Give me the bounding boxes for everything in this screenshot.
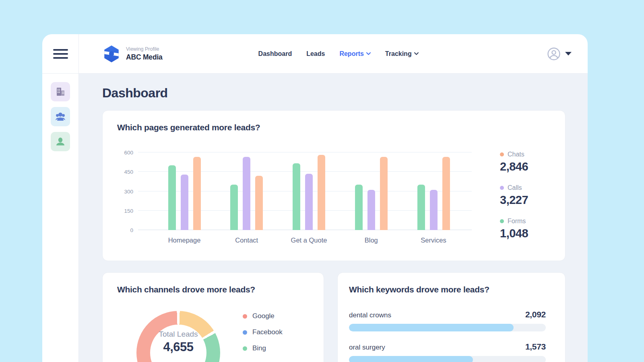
sidebar-item-team[interactable] [51,107,70,126]
brand: Viewing Profile ABC Media [103,45,163,63]
account-dropdown-caret[interactable] [565,52,572,56]
bar-chats-blog [380,157,388,230]
nav-tracking-label: Tracking [385,50,412,58]
chats-total: 2,846 [500,160,551,173]
keyword-bar-track [349,324,546,331]
hamburger-icon [53,49,68,59]
page-title: Dashboard [102,86,566,101]
keywords-chart-title: Which keywords drove more leads? [349,285,546,294]
bar-chats-services [442,157,450,230]
channels-legend: Google Facebook Bing [243,312,283,352]
facebook-dot [243,330,247,335]
bar-forms-blog [355,185,363,230]
channels-chart-title: Which channels drove more leads? [117,285,309,294]
side-rail [42,74,79,362]
people-group-icon [55,111,66,122]
pages-chart-plot: 0150300450600 [138,152,472,230]
bar-calls-get-a-quote [305,174,313,230]
y-axis-label: 600 [117,150,133,156]
bar-calls-contact [243,157,250,230]
bar-calls-services [430,190,438,230]
sidebar-item-company[interactable] [51,82,70,101]
legend-facebook: Facebook [243,328,283,336]
keywords-chart-card: Which keywords drove more leads? dental … [337,272,566,362]
x-axis-label: Get a Quote [283,237,335,244]
person-icon [55,136,66,147]
sidebar-item-profile[interactable] [51,132,70,151]
pages-chart-card: Which pages generated more leads? 015030… [102,110,566,261]
calls-dot [500,186,504,190]
y-axis-label: 150 [117,208,133,214]
keyword-bar-fill [349,356,473,362]
x-axis-label: Services [407,237,460,244]
total-leads-label: Total Leads [159,330,198,339]
account-name: ABC Media [126,53,163,62]
bar-chats-get-a-quote [318,155,325,230]
keyword-bar-fill [349,324,514,331]
bar-forms-get-a-quote [293,163,300,230]
bar-forms-homepage [168,165,176,230]
total-leads-value: 4,655 [163,340,193,354]
bar-chats-contact [255,176,263,230]
keyword-label: oral surgery [349,343,385,352]
forms-dot [500,219,504,223]
keyword-row: dental crowns 2,092 [349,310,546,331]
company-logo-icon [103,45,120,63]
main-nav: Dashboard Leads Reports Tracking [258,50,419,58]
legend-calls: Calls 3,227 [500,184,551,207]
legend-label: Calls [508,184,522,191]
bar-calls-blog [367,190,375,230]
chats-dot [500,152,504,156]
nav-reports-label: Reports [339,50,363,58]
bar-chats-homepage [193,157,201,230]
top-bar: Viewing Profile ABC Media Dashboard Lead… [42,34,588,74]
nav-tracking[interactable]: Tracking [385,50,419,58]
main-content: Dashboard Which pages generated more lea… [79,74,588,362]
y-axis-label: 450 [117,169,133,175]
legend-label: Chats [508,151,524,158]
y-axis-label: 300 [117,189,133,195]
pages-chart-legend: Chats 2,846 Calls 3,227 [475,151,551,251]
legend-label: Google [252,312,275,320]
legend-google: Google [243,312,283,320]
legend-bing: Bing [243,344,283,352]
legend-label: Facebook [252,328,283,336]
legend-forms: Forms 1,048 [500,218,551,240]
x-axis-label: Homepage [158,237,211,244]
keyword-bar-track [349,356,546,362]
forms-total: 1,048 [500,227,551,240]
x-axis-label: Contact [221,237,273,244]
keyword-value: 1,573 [525,342,546,352]
legend-label: Bing [252,344,266,352]
keyword-value: 2,092 [525,310,546,319]
nav-reports[interactable]: Reports [339,50,370,58]
chevron-down-icon [366,52,371,55]
legend-chats: Chats 2,846 [500,151,551,173]
user-avatar-icon[interactable] [547,47,560,60]
app-window: Viewing Profile ABC Media Dashboard Lead… [42,34,588,362]
x-axis-label: Blog [345,237,397,244]
pages-chart-title: Which pages generated more leads? [117,123,551,132]
hamburger-menu-button[interactable] [42,34,79,73]
channels-chart-card: Which channels drove more leads? Total L… [102,272,324,362]
keyword-label: dental crowns [349,311,391,319]
x-axis-labels: HomepageContactGet a QuoteBlogServices [138,237,472,244]
google-dot [243,314,247,319]
y-axis-label: 0 [117,227,133,233]
nav-leads[interactable]: Leads [306,50,325,58]
bar-forms-contact [230,185,238,230]
bar-calls-homepage [181,175,188,230]
viewing-profile-label: Viewing Profile [126,46,163,52]
building-icon [55,86,66,97]
chevron-down-icon [414,52,419,55]
keyword-row: oral surgery 1,573 [349,342,546,362]
donut-chart: Total Leads 4,655 [136,311,220,362]
bar-forms-services [417,185,425,230]
nav-dashboard[interactable]: Dashboard [258,50,292,58]
bing-dot [243,346,247,351]
legend-label: Forms [508,218,526,225]
calls-total: 3,227 [500,193,551,207]
